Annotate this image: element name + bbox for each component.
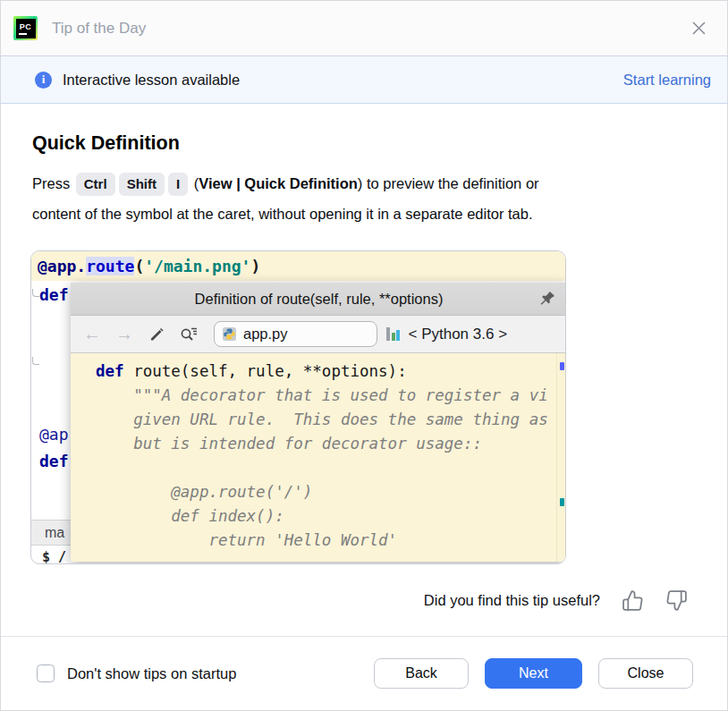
kbd-i: I (168, 173, 188, 196)
kbd-ctrl: Ctrl (76, 173, 115, 196)
docstring-line: @app.route('/') (96, 480, 566, 504)
scrollbar-mark-blue (560, 362, 564, 370)
dialog-footer: Don't show tips on startup Back Next Clo… (1, 636, 727, 710)
editor-decorator-partial: @ap (39, 425, 69, 444)
file-name: app.py (243, 326, 288, 343)
tip-text-line1: ) to preview the definition or (358, 175, 539, 191)
fold-marker-icon (32, 357, 39, 365)
checkbox-label: Don't show tips on startup (67, 665, 236, 682)
menu-path-separator: | (236, 175, 241, 191)
tip-content: Quick Definition Press CtrlShiftI (View … (1, 104, 727, 636)
scrollbar-mark-teal (560, 498, 564, 506)
popup-toolbar: ← → app.py < Python 3.6 > (71, 316, 566, 353)
dont-show-tips-checkbox[interactable] (37, 664, 55, 682)
menu-path-quick-definition: Quick Definition (244, 175, 358, 191)
python-file-icon (222, 326, 237, 342)
press-text: Press (32, 175, 70, 191)
lesson-banner: i Interactive lesson available Start lea… (1, 56, 727, 104)
file-reference-box[interactable]: app.py (214, 321, 377, 347)
close-button[interactable]: Close (598, 658, 693, 689)
docstring-line: given URL rule. This does the same thing… (96, 408, 566, 432)
interpreter-selector[interactable]: < Python 3.6 > (409, 326, 508, 343)
popup-title-bar: Definition of route(self, rule, **option… (71, 283, 566, 316)
token-paren-open: ( (134, 257, 144, 275)
feedback-row: Did you find this tip useful? (1, 589, 688, 612)
docstring-line (96, 456, 566, 480)
docstring-line: return 'Hello World' (96, 529, 566, 553)
scope-chart-icon (386, 327, 402, 341)
kbd-shift: Shift (119, 173, 165, 196)
docstring-line: """A decorator that is used to register … (96, 384, 566, 408)
function-signature: route(self, rule, **options): (124, 362, 407, 380)
fold-marker-icon (32, 289, 39, 297)
title-bar: PC Tip of the Day (1, 1, 727, 56)
banner-text: Interactive lesson available (63, 72, 240, 89)
find-usages-icon[interactable] (179, 326, 199, 343)
start-learning-link[interactable]: Start learning (623, 72, 711, 89)
pycharm-logo-text: PC (20, 22, 32, 31)
popup-code-body: def route(self, rule, **options): """A d… (71, 353, 566, 562)
token-decorator: @app. (38, 257, 86, 275)
close-icon[interactable] (686, 16, 711, 41)
back-arrow-icon[interactable]: ← (83, 324, 101, 344)
back-button[interactable]: Back (374, 658, 469, 689)
editor-tab-label: ma (45, 525, 64, 541)
popup-title-text: Definition of route(self, rule, **option… (195, 291, 444, 308)
quick-definition-popup: Definition of route(self, rule, **option… (71, 283, 566, 562)
docstring-line: def index(): (96, 504, 566, 529)
next-button[interactable]: Next (485, 658, 582, 689)
editor-code-line: @app.route('/main.png') (31, 251, 565, 281)
popup-scrollbar[interactable] (556, 353, 566, 562)
token-route-highlight: route (86, 257, 134, 275)
terminal-prompt: $ / (42, 549, 66, 564)
docstring-line: but is intended for decorator usage:: (96, 432, 566, 456)
tip-of-the-day-dialog: PC Tip of the Day i Interactive lesson a… (0, 0, 728, 711)
menu-path-view: View (199, 175, 232, 191)
edit-source-icon[interactable] (148, 326, 165, 343)
forward-arrow-icon[interactable]: → (115, 324, 133, 344)
thumbs-down-icon[interactable] (665, 589, 688, 612)
code-signature-line: def route(self, rule, **options): (96, 360, 566, 384)
footer-buttons: Back Next Close (374, 658, 693, 689)
def-keyword: def (96, 362, 124, 380)
tip-description: Press CtrlShiftI (View | Quick Definitio… (32, 168, 712, 229)
token-paren-close: ) (250, 257, 260, 275)
tip-text-line2: content of the symbol at the caret, with… (32, 206, 533, 222)
feedback-question: Did you find this tip useful? (424, 592, 600, 609)
pin-icon[interactable] (538, 290, 556, 311)
pycharm-logo-icon: PC (13, 16, 38, 40)
tip-title: Quick Definition (32, 132, 727, 155)
thumbs-up-icon[interactable] (622, 589, 644, 612)
token-string: '/main.png' (144, 257, 250, 275)
editor-def-keyword: def (39, 285, 69, 304)
tip-illustration-screenshot: @app.route('/main.png') def @ap def ma $… (30, 250, 566, 564)
window-title: Tip of the Day (52, 20, 146, 38)
info-icon: i (35, 72, 52, 89)
editor-def-keyword-2: def (39, 452, 69, 470)
